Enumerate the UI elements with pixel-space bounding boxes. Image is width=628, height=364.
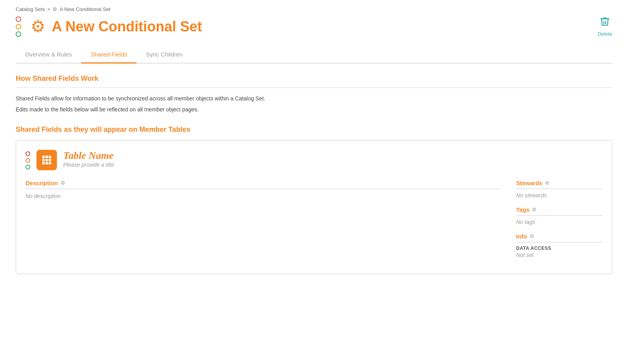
window-controls [16,16,21,37]
breadcrumb: Catalog Sets > ⚙ A New Conditional Set [16,6,612,12]
card-dot-red [26,151,30,156]
svg-rect-1 [46,155,48,158]
how-shared-fields-heading: How Shared Fields Work [16,75,612,83]
header-left: ⚙ A New Conditional Set [16,16,202,37]
description-field-label: Description ⚙ [26,180,500,189]
card-dot-yellow [26,158,30,163]
description-gear-icon[interactable]: ⚙ [60,180,65,186]
info-gear-icon[interactable]: ⚙ [529,233,534,239]
page-gear-icon: ⚙ [31,17,46,36]
stewards-field-value: No stewards [516,192,602,198]
tags-field-label: Tags ⚙ [516,206,602,216]
window-dot-yellow [16,24,21,29]
header-row: ⚙ A New Conditional Set Delete [16,16,612,37]
breadcrumb-current: A New Conditional Set [60,6,110,12]
card-title-block: Table Name Please provide a title [63,150,114,168]
delete-label: Delete [597,31,612,37]
preview-card: Table Name Please provide a title Descri… [16,140,612,274]
tags-field-value: No tags [516,219,602,225]
breadcrumb-parent[interactable]: Catalog Sets [16,6,45,12]
svg-rect-8 [49,162,51,164]
card-subtitle: Please provide a title [63,162,114,168]
svg-rect-0 [42,155,45,158]
svg-rect-6 [42,162,45,164]
card-main: Description ⚙ No description [26,180,500,258]
tab-shared-fields[interactable]: Shared Fields [81,46,137,64]
breadcrumb-separator: > [47,6,50,12]
card-body: Description ⚙ No description Stewards ⚙ … [26,180,602,258]
stewards-field-label: Stewards ⚙ [516,180,602,189]
tabs-row: Overview & Rules Shared Fields Sync Chil… [16,46,612,64]
card-table-icon [37,150,57,170]
card-sidebar: Stewards ⚙ No stewards Tags ⚙ No tags In… [516,180,602,258]
tab-sync-children[interactable]: Sync Children [137,46,192,64]
svg-rect-2 [49,155,51,158]
card-title: Table Name [63,150,114,162]
delete-button[interactable]: Delete [597,16,612,37]
card-dot-green [26,165,30,169]
svg-rect-5 [49,158,51,161]
description-line-2: Edits made to the fields below will be r… [16,105,612,115]
tags-gear-icon[interactable]: ⚙ [532,207,537,213]
page-title: A New Conditional Set [52,18,202,35]
data-access-block: DATA ACCESS Not set [516,246,602,258]
delete-icon [599,16,610,29]
stewards-gear-icon[interactable]: ⚙ [545,180,550,186]
window-dot-green [16,31,21,37]
description-line-1: Shared Fields allow for information to b… [16,94,612,104]
preview-heading: Shared Fields as they will appear on Mem… [16,126,612,134]
section-divider-1 [16,87,612,88]
info-field-label: Info ⚙ [516,233,602,242]
svg-rect-4 [46,158,48,161]
data-access-label: DATA ACCESS [516,246,602,251]
window-dot-red [16,16,21,22]
svg-rect-7 [46,162,48,164]
tab-overview[interactable]: Overview & Rules [16,46,81,64]
card-header: Table Name Please provide a title [26,150,602,170]
breadcrumb-gear: ⚙ [53,6,57,12]
data-access-value: Not set [516,252,602,258]
description-field-value: No description [26,193,500,199]
card-window-controls [26,151,30,169]
svg-rect-3 [42,158,45,161]
